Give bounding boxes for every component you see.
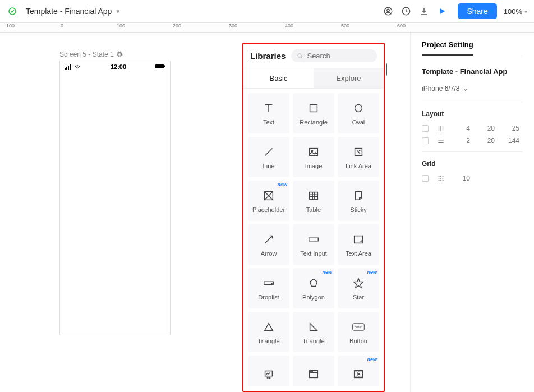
avatar-button[interactable]: [379, 2, 397, 20]
window-icon: [306, 367, 321, 381]
wifi-icon: [73, 64, 81, 70]
svg-point-12: [355, 105, 362, 112]
device-selector[interactable]: iPhone 6/7/8⌄: [422, 81, 523, 102]
library-item[interactable]: newPolygon: [293, 268, 334, 308]
screen-label[interactable]: Screen 5 - State 1: [59, 50, 123, 58]
library-item[interactable]: Text Area: [338, 224, 379, 265]
battery-icon: [155, 63, 165, 69]
canvas[interactable]: Screen 5 - State 1 12:00 Libraries: [0, 33, 387, 392]
history-button[interactable]: [397, 2, 415, 20]
library-item[interactable]: Droplist: [248, 268, 289, 308]
svg-point-24: [267, 377, 268, 379]
svg-point-28: [312, 371, 312, 372]
device-statusbar: 12:00: [60, 61, 170, 72]
svg-point-10: [298, 53, 301, 57]
main-area: Screen 5 - State 1 12:00 Libraries: [0, 33, 534, 392]
libraries-tabs: Basic Explore: [243, 68, 384, 89]
library-item[interactable]: Text: [248, 93, 289, 133]
share-button[interactable]: Share: [458, 3, 496, 19]
library-item[interactable]: new: [338, 356, 379, 386]
svg-rect-8: [155, 64, 164, 68]
table-icon: [306, 188, 321, 203]
statusbar-time: 12:00: [111, 63, 126, 70]
button-icon: Button: [351, 320, 366, 334]
library-item[interactable]: [293, 356, 334, 386]
chevron-down-icon: ▾: [524, 8, 527, 15]
library-item[interactable]: Oval: [338, 93, 379, 133]
library-item[interactable]: Link Area: [338, 137, 379, 177]
library-item[interactable]: Image: [293, 137, 334, 177]
library-item[interactable]: newPlaceholder: [248, 181, 289, 221]
library-item[interactable]: [248, 356, 289, 386]
library-item[interactable]: Text Input: [293, 224, 334, 265]
libraries-title: Libraries: [250, 51, 286, 61]
grid-row[interactable]: 10: [422, 172, 523, 185]
library-item[interactable]: Line: [248, 137, 289, 177]
library-item[interactable]: Sticky: [338, 181, 379, 221]
layout-section-label: Layout: [422, 102, 523, 122]
library-item[interactable]: newStar: [338, 268, 379, 308]
svg-point-45: [443, 178, 444, 179]
tab-explore[interactable]: Explore: [314, 68, 384, 88]
text-icon: [261, 101, 276, 116]
checkbox[interactable]: [422, 137, 429, 144]
svg-point-47: [440, 180, 441, 181]
svg-point-42: [443, 176, 444, 177]
checkbox[interactable]: [422, 125, 429, 132]
library-item-label: Line: [263, 163, 275, 169]
library-item[interactable]: Triangle: [293, 312, 334, 352]
ruler-tick: 100: [117, 23, 125, 32]
library-item-label: Placeholder: [252, 206, 285, 213]
device-frame[interactable]: 12:00: [59, 61, 171, 335]
library-item-label: Text: [263, 119, 274, 126]
library-item[interactable]: Rectangle: [293, 93, 334, 133]
library-item-label: Rectangle: [300, 119, 328, 126]
triangleup-icon: [261, 320, 276, 334]
svg-rect-17: [310, 192, 318, 200]
svg-point-25: [269, 377, 270, 379]
libraries-panel: Libraries Basic Explore TextRectangleOva…: [242, 43, 385, 392]
ruler-tick: 0: [61, 23, 63, 32]
svg-point-43: [439, 178, 440, 179]
grid-section-label: Grid: [422, 152, 523, 172]
zoom-control[interactable]: 100%▾: [504, 7, 527, 16]
library-item[interactable]: Triangle: [248, 312, 289, 352]
ruler-tick: 600: [397, 23, 406, 32]
checkbox[interactable]: [422, 175, 429, 182]
rows-icon: [436, 137, 445, 145]
layout-row-rows[interactable]: 2 20 144: [422, 135, 523, 147]
text-input-icon: [306, 232, 321, 247]
search-input[interactable]: [307, 52, 371, 60]
search-box[interactable]: [291, 49, 377, 62]
polygon-icon: [306, 276, 321, 290]
sticky-icon: [351, 188, 366, 203]
oval-icon: [351, 101, 366, 116]
svg-rect-11: [310, 105, 317, 112]
svg-point-40: [439, 176, 440, 177]
library-item-label: Sticky: [350, 206, 366, 213]
search-icon: [297, 52, 303, 60]
library-item[interactable]: Arrow: [248, 224, 289, 265]
ruler-tick: 200: [173, 23, 181, 32]
library-item[interactable]: Table: [293, 181, 334, 221]
chevron-down-icon[interactable]: ▼: [115, 8, 121, 15]
new-badge: new: [367, 357, 377, 362]
svg-point-27: [311, 371, 311, 372]
ruler-tick: 500: [341, 23, 349, 32]
library-item-label: Link Area: [346, 163, 371, 169]
library-item-label: Triangle: [302, 338, 324, 344]
download-button[interactable]: [415, 2, 433, 20]
play-button[interactable]: [433, 2, 451, 20]
library-item-label: Droplist: [258, 294, 279, 301]
svg-rect-4: [65, 68, 66, 70]
ruler-horizontal: -1000100200300400500600: [0, 22, 534, 33]
tab-basic[interactable]: Basic: [243, 68, 314, 88]
right-panel: Project Setting Template - Financial App…: [410, 33, 534, 392]
columns-icon: [436, 124, 445, 132]
project-title[interactable]: Template - Financial App: [26, 7, 112, 16]
library-item[interactable]: ButtonButton: [338, 312, 379, 352]
svg-point-2: [387, 9, 390, 12]
new-badge: new: [322, 269, 332, 275]
signal-icon: [65, 64, 72, 70]
layout-row-columns[interactable]: 4 20 25: [422, 122, 523, 135]
